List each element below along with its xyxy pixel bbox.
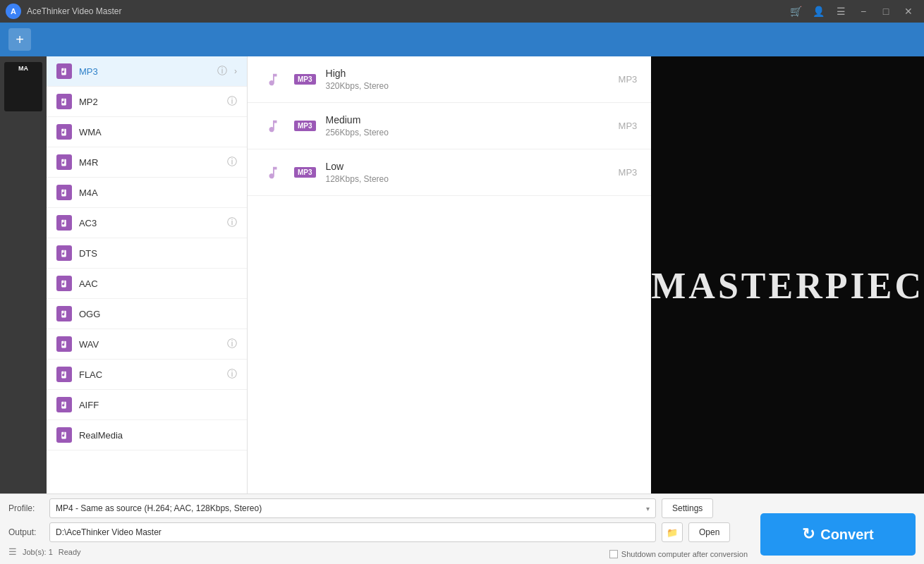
high-desc: 320Kbps, Stereo	[326, 81, 609, 91]
folder-icon: 📁	[667, 527, 678, 538]
browse-folder-button[interactable]: 📁	[662, 522, 683, 542]
realmedia-label: RealMedia	[79, 430, 237, 441]
aiff-label: AIFF	[79, 400, 237, 410]
left-sidebar: MA	[0, 56, 47, 564]
output-path-value: D:\AceThinker Video Master	[56, 527, 162, 537]
medium-badge: MP3	[294, 121, 316, 131]
shutdown-label: Shutdown computer after conversion	[621, 550, 748, 558]
video-preview: MASTERPIEC	[651, 56, 924, 515]
format-item-realmedia[interactable]: RealMedia	[47, 420, 247, 450]
format-item-mp3[interactable]: MP3 ⓘ ›	[47, 56, 247, 87]
aac-icon	[56, 276, 72, 291]
low-format: MP3	[619, 167, 638, 178]
low-info: Low 128Kbps, Stereo	[326, 161, 609, 184]
thumbnail: MA	[4, 62, 42, 111]
wav-info-icon[interactable]: ⓘ	[227, 338, 237, 350]
format-item-ac3[interactable]: AC3 ⓘ	[47, 208, 247, 238]
main-area: MA MP3 ⓘ ›	[0, 56, 924, 564]
low-desc: 128Kbps, Stereo	[326, 174, 609, 184]
mp2-label: MP2	[79, 97, 220, 107]
aiff-icon	[56, 397, 72, 412]
format-item-m4r[interactable]: M4R ⓘ	[47, 147, 247, 178]
format-item-wma[interactable]: WMA	[47, 117, 247, 147]
app-title: AceThinker Video Master	[27, 6, 122, 16]
format-item-aac[interactable]: AAC	[47, 269, 247, 299]
low-title: Low	[326, 161, 609, 172]
flac-icon	[56, 367, 72, 382]
format-item-m4a[interactable]: M4A	[47, 178, 247, 208]
titlebar-left: A AceThinker Video Master	[6, 4, 122, 19]
cart-icon[interactable]: 🛒	[786, 4, 806, 18]
ac3-info-icon[interactable]: ⓘ	[227, 216, 237, 229]
format-item-flac[interactable]: FLAC ⓘ	[47, 360, 247, 390]
wma-label: WMA	[79, 127, 237, 137]
realmedia-icon	[56, 427, 72, 443]
minimize-button[interactable]: −	[853, 4, 873, 18]
m4r-icon	[56, 154, 72, 170]
thumbnail-text: MA	[4, 62, 42, 75]
format-item-mp2[interactable]: MP2 ⓘ	[47, 87, 247, 117]
mp3-info-icon[interactable]: ⓘ	[217, 65, 227, 78]
medium-music-icon	[262, 115, 284, 137]
toolbar: +	[0, 23, 924, 56]
flac-info-icon[interactable]: ⓘ	[227, 368, 237, 381]
high-title: High	[326, 68, 609, 79]
format-item-wav[interactable]: WAV ⓘ	[47, 329, 247, 360]
dts-label: DTS	[79, 248, 237, 259]
quality-item-medium[interactable]: MP3 Medium 256Kbps, Stereo MP3	[248, 103, 651, 149]
ogg-icon	[56, 306, 72, 321]
profile-value: MP4 - Same as source (H.264; AAC, 128Kbp…	[56, 503, 262, 513]
shutdown-row: Shutdown computer after conversion	[609, 550, 748, 558]
video-title-overlay: MASTERPIEC	[651, 265, 924, 307]
profile-select[interactable]: MP4 - Same as source (H.264; AAC, 128Kbp…	[49, 498, 656, 518]
jobs-label: Job(s): 1	[23, 548, 53, 556]
high-info: High 320Kbps, Stereo	[326, 68, 609, 91]
titlebar-controls: 🛒 👤 ☰ − □ ✕	[786, 4, 918, 18]
close-button[interactable]: ✕	[899, 4, 918, 18]
add-button[interactable]: +	[8, 28, 31, 51]
user-icon[interactable]: 👤	[808, 4, 828, 18]
quality-item-high[interactable]: MP3 High 320Kbps, Stereo MP3	[248, 56, 651, 103]
format-item-aiff[interactable]: AIFF	[47, 390, 247, 420]
ac3-icon	[56, 215, 72, 231]
m4r-label: M4R	[79, 157, 220, 168]
output-path: D:\AceThinker Video Master	[49, 522, 656, 542]
format-list: MP3 ⓘ › MP2 ⓘ WMA	[47, 56, 248, 533]
settings-button[interactable]: Settings	[662, 498, 713, 518]
format-item-dts[interactable]: DTS	[47, 238, 247, 269]
low-badge: MP3	[294, 167, 316, 178]
convert-refresh-icon: ↻	[802, 525, 815, 544]
quality-item-low[interactable]: MP3 Low 128Kbps, Stereo MP3	[248, 149, 651, 196]
ogg-label: OGG	[79, 309, 237, 319]
convert-button[interactable]: ↻ Convert	[760, 513, 916, 556]
wav-icon	[56, 336, 72, 352]
restore-button[interactable]: □	[876, 4, 896, 18]
wma-icon	[56, 124, 72, 140]
mp3-label: MP3	[79, 66, 210, 77]
m4r-info-icon[interactable]: ⓘ	[227, 156, 237, 168]
flac-label: FLAC	[79, 369, 220, 380]
medium-info: Medium 256Kbps, Stereo	[326, 114, 609, 137]
open-button[interactable]: Open	[688, 522, 730, 542]
low-music-icon	[262, 161, 284, 184]
format-content: MP3 ⓘ › MP2 ⓘ WMA	[47, 56, 651, 533]
output-label: Output:	[8, 527, 44, 537]
high-badge: MP3	[294, 74, 316, 85]
shutdown-checkbox[interactable]	[609, 550, 618, 558]
quality-panel: MP3 High 320Kbps, Stereo MP3 MP3 Medium	[248, 56, 651, 533]
app-logo: A	[6, 4, 21, 19]
menu-icon[interactable]: ☰	[831, 4, 851, 18]
ac3-label: AC3	[79, 218, 220, 228]
mp2-info-icon[interactable]: ⓘ	[227, 95, 237, 108]
preview-area: MASTERPIEC 00:00:00 / 00:52:45 ▶ ■ 🔊 ⊡ 📷…	[651, 56, 924, 564]
medium-title: Medium	[326, 114, 609, 125]
high-format: MP3	[619, 74, 638, 85]
m4a-icon	[56, 185, 72, 200]
mp3-chevron-icon: ›	[234, 66, 237, 76]
wav-label: WAV	[79, 339, 220, 350]
format-item-ogg[interactable]: OGG	[47, 299, 247, 329]
aac-label: AAC	[79, 278, 237, 289]
high-music-icon	[262, 68, 284, 91]
m4a-label: M4A	[79, 188, 237, 198]
dts-icon	[56, 245, 72, 261]
